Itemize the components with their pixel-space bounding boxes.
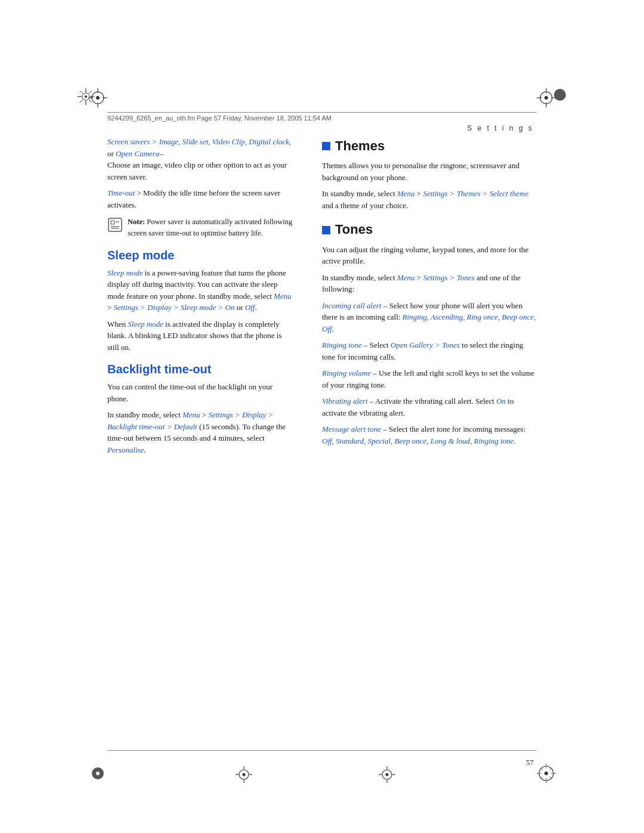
svg-point-12 [554,89,566,101]
themes-and: and a theme of your choice. [322,201,408,210]
incoming-dash: – [383,301,388,310]
bottom-line [107,750,537,751]
note-icon [107,217,123,233]
backlight-gt: > [202,410,209,419]
screen-savers-link: Screen savers > Image, Slide set, Video … [107,137,291,146]
svg-line-21 [89,91,92,94]
themes-heading: Themes [322,138,537,154]
message-alert-dash: – [383,425,387,433]
message-options-link: Off, Standard, Special, Beep once, Long … [322,436,514,445]
tones-heading-box [322,226,330,234]
when-prefix: When [107,320,128,329]
themes-path-link: Settings > Themes > Select theme [423,189,528,198]
tones-path-link: Settings > Tones [423,273,474,282]
backlight-para2: In standby mode, select Menu > Settings … [107,409,293,456]
tones-heading-text: Tones [335,222,373,237]
menu-link2: Menu [182,410,200,419]
page-number: 57 [526,758,534,767]
screen-savers-body: Choose an image, video clip or other opt… [107,160,287,181]
svg-point-7 [544,96,548,100]
svg-rect-23 [109,218,122,231]
tones-link2: Tones [442,340,460,349]
ringing-tone-body: Select [370,340,391,349]
print-mark-top-right [553,88,566,104]
ringing-volume-link: Ringing volume [322,368,371,377]
reg-mark-bottom-mid-right [379,766,395,785]
svg-line-22 [80,100,83,103]
themes-menu-link: Menu [397,189,415,198]
right-column: Themes Themes allows you to personalise … [317,136,537,750]
ringing-tone-link: Ringing tone [322,340,362,349]
incoming-call-alert-item: Incoming call alert – Select how your ph… [322,300,537,335]
open-gallery-link: Open Gallery > [391,340,440,349]
ringing-tone-item: Ringing tone – Select Open Gallery > Ton… [322,339,537,363]
sunburst-mark-top-left [78,88,94,107]
tones-heading: Tones [322,222,537,237]
dash1: – [159,149,163,158]
sleep-mode-para1: Sleep mode is a power-saving feature tha… [107,267,293,314]
ringing-volume-item: Ringing volume – Use the left and right … [322,367,537,391]
themes-para2: In standby mode, select Menu > Settings … [322,188,537,211]
timeout-link: Time-out [107,188,135,197]
reg-mark-bottom-mid-left [236,766,252,785]
sleep-mode-heading: Sleep mode [107,249,293,262]
personalise-link: Personalise [107,445,144,454]
vibrating-on-link: On [496,397,506,405]
file-header: 9244299_6265_en_au_oth.fm Page 57 Friday… [107,112,537,122]
svg-point-31 [243,773,246,776]
ringing-volume-dash: – [373,368,377,377]
vibrating-alert-link: Vibrating alert [322,397,368,405]
content-area: Screen savers > Image, Slide set, Video … [107,136,537,750]
sleep-mode-para2: When Sleep mode is activated the display… [107,318,293,354]
message-period: . [514,436,516,445]
message-alert-body: Select the alert tone for incoming messa… [389,425,526,433]
screen-savers-or: or [107,149,116,158]
incoming-call-alert-link: Incoming call alert [322,301,382,310]
sleep-path-link: Settings > Display > Sleep mode > On [114,303,235,312]
page: 9244299_6265_en_au_oth.fm Page 57 Friday… [0,0,644,833]
tones-in-standby: In standby mode, select [322,273,397,282]
themes-heading-text: Themes [335,138,385,154]
themes-para1: Themes allows you to personalise the rin… [322,160,537,183]
screen-savers-para: Screen savers > Image, Slide set, Video … [107,136,293,182]
note-box: Note: Power saver is automatically activ… [107,216,293,239]
themes-gt: > [417,189,423,198]
svg-point-14 [85,95,87,98]
backlight-heading: Backlight time-out [107,363,293,376]
message-alert-item: Message alert tone – Select the alert to… [322,423,537,447]
svg-point-37 [386,773,389,776]
backlight-para1: You can control the time-out of the back… [107,381,293,404]
sleep-gt: > [107,303,114,312]
incoming-period: . [332,324,334,333]
vibrating-alert-item: Vibrating alert – Activate the vibrating… [322,395,537,419]
svg-line-55 [541,769,543,770]
sleep-off-link: Off [245,303,255,312]
svg-rect-24 [111,221,114,224]
settings-label: S e t t i n g s [467,124,534,132]
sleep-mode-link1: Sleep mode [107,268,143,277]
backlight-prefix: In standby mode, select [107,410,182,419]
themes-in-standby: In standby mode, select [322,189,397,198]
svg-point-29 [96,772,100,775]
svg-line-51 [550,777,551,778]
sleep-or: or [237,303,245,312]
sleep-period: . [255,303,256,312]
vibrating-alert-dash: – [370,397,374,405]
tones-gt: > [417,273,423,282]
vibrating-alert-body: Activate the vibrating call alert. Selec… [375,397,496,405]
sleep-mode-link2: Sleep mode [128,320,163,329]
svg-line-19 [80,91,83,94]
svg-line-53 [541,777,543,778]
note-label: Note: [128,218,145,226]
message-alert-link: Message alert tone [322,425,381,433]
note-body: Power saver is automatically activated f… [128,218,292,237]
svg-point-43 [544,772,548,775]
reg-mark-bottom-right [537,764,556,785]
open-camera-link: Open Camera [116,149,159,158]
backlight-period: . [144,445,145,454]
ringing-tone-dash: – [364,340,368,349]
timeout-para: Time-out > Modify the idle time before t… [107,187,293,210]
left-column: Screen savers > Image, Slide set, Video … [107,136,298,750]
tones-para1: You can adjust the ringing volume, keypa… [322,244,537,267]
reg-mark-bottom-left [88,764,107,785]
